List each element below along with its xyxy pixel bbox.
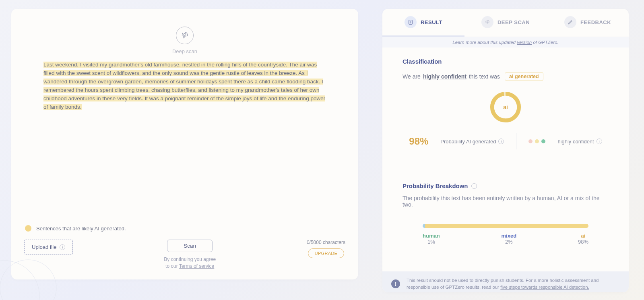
responsible-ai-link[interactable]: five steps towards responsible AI detect… — [500, 285, 589, 290]
results-panel: RESULT DEEP SCAN FEEDBACK Learn more abo… — [382, 9, 629, 292]
confidence-text: highly confident i — [557, 139, 602, 145]
result-tabs: RESULT DEEP SCAN FEEDBACK — [382, 9, 629, 37]
upgrade-button[interactable]: UPGRADE — [308, 248, 345, 258]
info-icon[interactable]: i — [597, 139, 602, 144]
breakdown-description: The probability this text has been entir… — [402, 195, 609, 208]
probability-bar — [423, 224, 588, 228]
prob-label-human: human 1% — [423, 233, 440, 245]
tab-feedback[interactable]: FEEDBACK — [547, 9, 629, 37]
exclamation-icon: ! — [391, 279, 400, 288]
classification-summary: We are highly confident this text was ai… — [402, 72, 609, 81]
fingerprint-icon — [176, 27, 194, 44]
scanned-text-area[interactable]: Last weekend, I visited my grandmother's… — [23, 61, 347, 112]
donut-label: ai — [489, 91, 522, 124]
tab-result[interactable]: RESULT — [382, 9, 464, 37]
input-panel: Deep scan Last weekend, I visited my gra… — [11, 9, 358, 279]
tab-label: RESULT — [421, 19, 442, 25]
probability-labels: human 1% mixed 2% ai 98% — [423, 233, 588, 245]
deep-scan-label: Deep scan — [172, 48, 197, 54]
legend-text: Sentences that are likely AI generated. — [36, 226, 126, 232]
disclaimer-banner: ! This result should not be used to dire… — [382, 271, 629, 292]
prob-label-mixed: mixed 2% — [502, 233, 517, 245]
confidence-dot-low-icon — [528, 139, 533, 143]
vertical-divider — [516, 133, 516, 149]
ai-generated-chip: ai generated — [505, 72, 543, 81]
ai-sentence-legend: Sentences that are likely AI generated. — [23, 225, 347, 240]
confidence-dot-high-icon — [541, 139, 545, 143]
version-link[interactable]: version — [517, 40, 532, 45]
terms-agreement-text: By continuing you agree to our Terms of … — [164, 256, 216, 270]
legend-dot-icon — [25, 225, 31, 232]
info-icon[interactable]: i — [498, 139, 504, 144]
highlighted-sentence: Last weekend, I visited my grandmother's… — [43, 62, 325, 110]
character-count: 0/5000 characters — [307, 240, 345, 245]
tab-label: DEEP SCAN — [497, 19, 530, 25]
info-icon[interactable]: i — [471, 183, 477, 189]
fingerprint-icon — [481, 16, 493, 28]
ai-probability-desc: Probability AI generated i — [440, 139, 504, 145]
learn-more-banner: Learn more about this updated version of… — [382, 37, 629, 48]
confidence-dots — [528, 139, 545, 143]
pencil-icon — [564, 16, 576, 28]
classification-section: Classification We are highly confident t… — [382, 48, 629, 172]
info-icon: i — [60, 244, 65, 250]
ai-probability-percent: 98% — [409, 136, 428, 147]
upload-file-label: Upload file — [32, 244, 56, 250]
probability-breakdown-section: Probability Breakdown i The probability … — [382, 172, 629, 271]
ai-probability-donut: ai — [489, 91, 522, 124]
confidence-phrase: highly confident — [423, 73, 466, 80]
terms-of-service-link[interactable]: Terms of service — [179, 263, 214, 269]
prob-label-ai: ai 98% — [578, 233, 588, 245]
confidence-dot-med-icon — [535, 139, 539, 143]
tab-label: FEEDBACK — [580, 19, 611, 25]
classification-stats: 98% Probability AI generated i highly co… — [402, 128, 609, 161]
classification-title: Classification — [402, 58, 609, 65]
deep-scan-header: Deep scan — [23, 27, 347, 54]
breakdown-title: Probability Breakdown — [402, 182, 468, 189]
document-icon — [405, 16, 417, 28]
upload-file-button[interactable]: Upload file i — [24, 240, 73, 254]
scan-button[interactable]: Scan — [167, 240, 213, 252]
tab-deep-scan[interactable]: DEEP SCAN — [464, 9, 547, 37]
